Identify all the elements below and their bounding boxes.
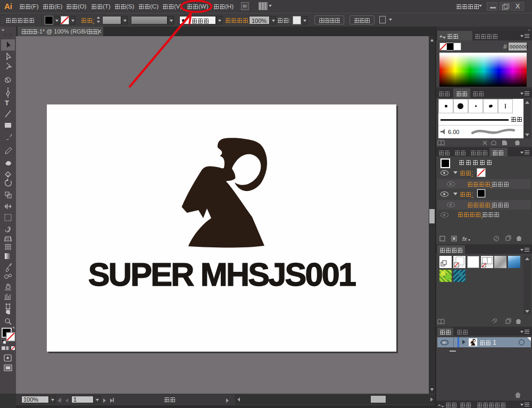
svg-text:T: T	[5, 99, 9, 107]
svg-text:6.00: 6.00	[448, 129, 459, 135]
svg-text:fx: fx	[462, 236, 467, 242]
svg-text:»: »	[2, 27, 4, 32]
